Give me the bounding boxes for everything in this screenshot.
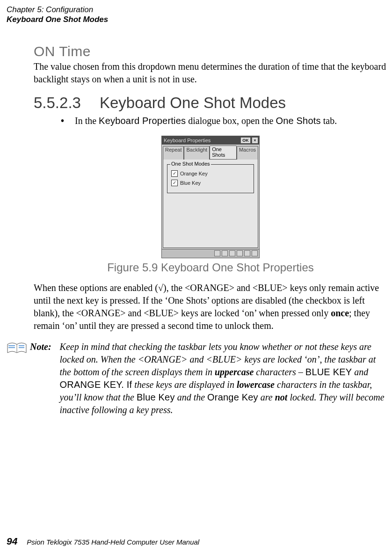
keyboard-properties-dialog: Keyboard Properties OK × Repeat Backligh…	[161, 136, 260, 258]
svg-rect-0	[8, 345, 15, 346]
bullet-text: In the Keyboard Properties dialogue box,…	[75, 116, 337, 126]
tab-oneshots[interactable]: One Shots	[210, 145, 237, 159]
svg-rect-1	[8, 347, 15, 348]
bullet-marker: •	[61, 116, 65, 126]
tab-repeat[interactable]: Repeat	[163, 146, 184, 160]
taskbar-icon	[229, 250, 235, 256]
taskbar-icon	[244, 250, 250, 256]
orange-key-row: ✓ Orange Key	[171, 170, 250, 177]
orange-key-label: Orange Key	[180, 171, 208, 176]
page-header: Chapter 5: Configuration Keyboard One Sh…	[7, 5, 387, 25]
header-chapter: Chapter 5: Configuration	[7, 5, 387, 15]
tab-body: One Shot Modes ✓ Orange Key ✓ Blue Key	[163, 159, 258, 248]
blue-key-row: ✓ Blue Key	[171, 180, 250, 186]
taskbar-icon	[214, 250, 220, 256]
group-legend: One Shot Modes	[170, 161, 211, 167]
taskbar-icon	[222, 250, 228, 256]
ok-button[interactable]: OK	[240, 137, 251, 144]
section-number: 5.5.2.3	[34, 94, 81, 112]
taskbar	[162, 249, 259, 258]
note-text: Keep in mind that checking the taskbar l…	[60, 341, 387, 416]
bullet-item: • In the Keyboard Properties dialogue bo…	[61, 116, 387, 126]
note-block: Note: Keep in mind that checking the tas…	[7, 341, 387, 416]
dialog-title: Keyboard Properties	[163, 138, 240, 143]
tab-row: Repeat Backlight One Shots Macros	[162, 145, 259, 159]
blue-key-checkbox[interactable]: ✓	[171, 180, 178, 186]
section-title: Keyboard One Shot Modes	[100, 94, 286, 112]
on-time-text: The value chosen from this dropdown menu…	[34, 60, 387, 86]
on-time-heading: ON Time	[34, 44, 387, 59]
header-section: Keyboard One Shot Modes	[7, 15, 387, 24]
paragraph-enabled: When these options are enabled (√), the …	[34, 282, 387, 332]
section-heading: 5.5.2.3 Keyboard One Shot Modes	[34, 94, 387, 112]
taskbar-icon	[237, 250, 243, 256]
dialog-titlebar: Keyboard Properties OK ×	[162, 136, 259, 145]
page-footer: 94 Psion Teklogix 7535 Hand-Held Compute…	[7, 536, 199, 547]
taskbar-icon	[252, 250, 258, 256]
close-button[interactable]: ×	[252, 137, 258, 144]
svg-rect-3	[19, 347, 24, 348]
tab-backlight[interactable]: Backlight	[184, 146, 210, 160]
tab-macros[interactable]: Macros	[237, 146, 258, 160]
orange-key-checkbox[interactable]: ✓	[171, 170, 178, 177]
blue-key-label: Blue Key	[180, 180, 201, 186]
figure-caption: Figure 5.9 Keyboard One Shot Properties	[107, 261, 314, 274]
note-label: Note:	[30, 341, 51, 416]
one-shot-modes-group: One Shot Modes ✓ Orange Key ✓ Blue Key	[167, 164, 254, 193]
manual-title: Psion Teklogix 7535 Hand-Held Computer U…	[27, 538, 199, 546]
svg-rect-2	[19, 345, 24, 346]
page-number: 94	[7, 536, 17, 547]
book-icon	[7, 342, 27, 356]
